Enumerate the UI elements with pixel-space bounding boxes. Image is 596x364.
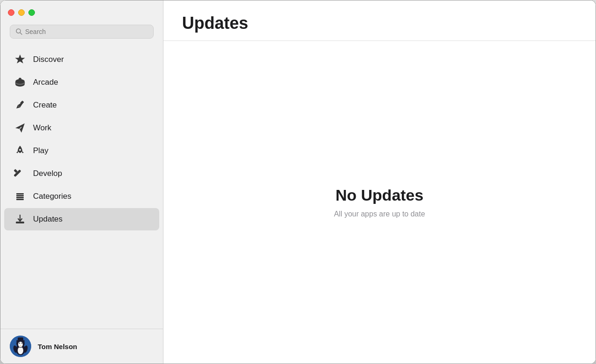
search-icon xyxy=(16,28,22,35)
svg-line-1 xyxy=(20,33,22,35)
svg-point-8 xyxy=(19,149,21,151)
svg-rect-15 xyxy=(16,222,24,223)
titlebar xyxy=(0,0,163,25)
create-icon xyxy=(14,99,27,112)
sidebar: Discover Arcade xyxy=(0,0,163,364)
svg-point-23 xyxy=(19,343,20,344)
sidebar-item-create-label: Create xyxy=(33,101,57,110)
no-updates-subtitle: All your apps are up to date xyxy=(334,210,425,218)
categories-icon xyxy=(14,190,27,203)
svg-rect-11 xyxy=(16,197,24,198)
sidebar-item-categories[interactable]: Categories xyxy=(4,185,159,208)
svg-point-6 xyxy=(19,78,21,81)
maximize-button[interactable] xyxy=(28,9,35,16)
sidebar-item-work[interactable]: Work xyxy=(4,117,159,139)
sidebar-item-categories-label: Categories xyxy=(33,192,71,201)
star-icon xyxy=(14,53,27,66)
svg-point-0 xyxy=(16,29,20,33)
sidebar-item-play[interactable]: Play xyxy=(4,140,159,162)
updates-icon xyxy=(14,213,27,226)
sidebar-item-create[interactable]: Create xyxy=(4,94,159,116)
svg-rect-12 xyxy=(16,199,24,200)
play-icon xyxy=(14,144,27,157)
nav-items: Discover Arcade xyxy=(0,46,163,329)
search-input[interactable] xyxy=(25,28,148,35)
work-icon xyxy=(14,121,27,135)
develop-icon xyxy=(14,167,27,180)
content-body: No Updates All your apps are up to date xyxy=(163,41,596,364)
svg-rect-14 xyxy=(16,193,24,195)
arcade-icon xyxy=(14,76,27,89)
sidebar-item-arcade[interactable]: Arcade xyxy=(4,71,159,94)
svg-rect-13 xyxy=(16,195,24,196)
app-window: Discover Arcade xyxy=(0,0,596,364)
content-header: Updates xyxy=(163,0,596,41)
user-name: Tom Nelson xyxy=(38,343,77,351)
search-bar[interactable] xyxy=(10,25,154,39)
user-profile[interactable]: Tom Nelson xyxy=(0,329,163,364)
sidebar-item-updates[interactable]: Updates xyxy=(4,208,159,230)
sidebar-item-develop[interactable]: Develop xyxy=(4,162,159,185)
close-button[interactable] xyxy=(8,9,14,16)
sidebar-item-develop-label: Develop xyxy=(33,169,62,178)
minimize-button[interactable] xyxy=(18,9,25,16)
no-updates-title: No Updates xyxy=(336,186,424,204)
sidebar-item-arcade-label: Arcade xyxy=(33,78,58,87)
svg-point-18 xyxy=(18,347,23,354)
sidebar-item-discover-label: Discover xyxy=(33,55,64,64)
svg-rect-28 xyxy=(18,337,23,341)
svg-point-24 xyxy=(21,343,22,344)
avatar xyxy=(10,336,31,357)
sidebar-item-updates-label: Updates xyxy=(33,215,62,224)
page-title: Updates xyxy=(182,13,577,33)
sidebar-item-discover[interactable]: Discover xyxy=(4,48,159,71)
sidebar-item-work-label: Work xyxy=(33,123,51,133)
main-content: Updates No Updates All your apps are up … xyxy=(163,0,596,364)
sidebar-item-play-label: Play xyxy=(33,146,48,155)
